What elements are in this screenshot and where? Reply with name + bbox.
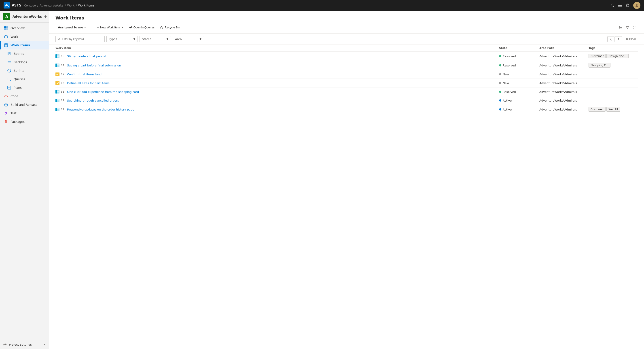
sidebar-item-plans[interactable]: Plans: [0, 84, 49, 92]
table-row[interactable]: 66 Define all sizes for cart items New A…: [56, 79, 638, 88]
svg-point-40: [620, 27, 621, 28]
wi-type-icon: [56, 72, 60, 76]
table-row[interactable]: 62 Searching through cancelled orders Ac…: [56, 96, 638, 105]
types-dropdown[interactable]: Types ▼: [106, 36, 138, 42]
wi-title[interactable]: Searching through cancelled orders: [67, 99, 119, 102]
svg-rect-54: [56, 90, 57, 94]
wi-title[interactable]: Responsive updates on the order history …: [67, 108, 134, 111]
svg-point-7: [636, 4, 638, 6]
svg-rect-52: [56, 73, 60, 76]
work-icon: [4, 35, 8, 39]
tags-cell: CustomerDesign Nee...: [588, 54, 638, 58]
area-dropdown[interactable]: Area ▼: [173, 36, 204, 42]
states-dropdown[interactable]: States ▼: [140, 36, 171, 42]
filter-button[interactable]: [624, 24, 630, 31]
svg-point-35: [130, 27, 131, 28]
backlogs-icon: [7, 60, 12, 65]
state-dot: [499, 73, 501, 75]
filter-input-wrap: [56, 36, 105, 42]
next-page-button[interactable]: [615, 36, 622, 42]
area-label: Area: [175, 37, 182, 41]
state-cell: Resolved: [499, 64, 539, 67]
svg-rect-11: [6, 29, 8, 30]
list-icon-btn[interactable]: [618, 4, 622, 7]
table-rows: 65 Sticky headers that persist Resolved …: [56, 52, 638, 114]
state-label: Resolved: [503, 55, 516, 58]
sidebar-item-label: Queries: [14, 77, 25, 81]
sidebar-item-label: Work Items: [10, 43, 30, 47]
wi-title[interactable]: Sticky headers that persist: [67, 55, 106, 58]
tags-cell: CustomerWeb UI: [588, 107, 638, 112]
work-items-table: Work item State Area Path Tags 65 Sticky…: [49, 45, 644, 349]
project-name: AdventureWorks: [12, 15, 42, 18]
table-row[interactable]: 63 One-click add experience from the sho…: [56, 88, 638, 96]
main-layout: A AdventureWorks + Overview Work: [0, 11, 644, 349]
state-dot: [499, 108, 501, 111]
sidebar-item-label: Packages: [10, 120, 24, 124]
sidebar-item-build[interactable]: Build and Release: [0, 101, 49, 109]
work-item-cell: 65 Sticky headers that persist: [56, 54, 499, 58]
search-icon-btn[interactable]: [610, 3, 614, 8]
prev-page-button[interactable]: [607, 36, 614, 42]
sidebar-item-sprints[interactable]: Sprints: [0, 67, 49, 75]
table-row[interactable]: 65 Sticky headers that persist Resolved …: [56, 52, 638, 61]
sidebar-item-overview[interactable]: Overview: [0, 24, 49, 33]
wi-title[interactable]: Saving a cart before final submission: [67, 64, 121, 67]
clear-button[interactable]: ✕ Clear: [624, 36, 638, 42]
wi-title[interactable]: One-click add experience from the shoppi…: [67, 90, 139, 94]
bag-icon: [626, 3, 630, 8]
table-row[interactable]: 64 Saving a cart before final submission…: [56, 61, 638, 70]
sidebar-item-code[interactable]: Code: [0, 92, 49, 101]
state-dot: [499, 82, 501, 84]
toolbar-left: Assigned to me + New Work Item Open in Q…: [56, 24, 617, 31]
add-project-button[interactable]: +: [44, 14, 47, 19]
sidebar-item-backlogs[interactable]: Backlogs: [0, 58, 49, 67]
sidebar-item-queries[interactable]: Queries: [0, 75, 49, 84]
wi-id: 62: [61, 99, 66, 102]
wi-title[interactable]: Confirm that items land: [67, 73, 102, 76]
svg-rect-64: [56, 108, 57, 111]
sidebar-item-packages[interactable]: Packages: [0, 117, 49, 126]
sidebar-item-workitems[interactable]: Work Items: [0, 41, 49, 50]
expand-button[interactable]: [632, 24, 638, 31]
sidebar-item-boards[interactable]: Boards: [0, 50, 49, 58]
wi-title[interactable]: Define all sizes for cart items: [67, 82, 110, 85]
sidebar-item-label: Backlogs: [14, 60, 27, 64]
table-row[interactable]: 61 Responsive updates on the order histo…: [56, 105, 638, 114]
state-cell: New: [499, 82, 539, 85]
state-dot: [499, 91, 501, 93]
wi-type-icon: [56, 81, 60, 85]
build-icon: [4, 103, 8, 107]
wi-type-icon: [56, 107, 60, 111]
keyword-filter-input[interactable]: [56, 36, 105, 42]
sidebar-item-test[interactable]: Test: [0, 109, 49, 117]
sidebar-footer[interactable]: Project Settings: [0, 340, 49, 349]
brand[interactable]: VSTS: [4, 2, 21, 9]
svg-rect-55: [57, 90, 60, 94]
sidebar-item-work[interactable]: Work: [0, 33, 49, 41]
new-work-item-button[interactable]: + New Work Item: [95, 24, 126, 31]
user-avatar[interactable]: [633, 2, 640, 9]
types-label: Types: [109, 37, 117, 41]
recycle-bin-icon: [160, 26, 164, 29]
state-label: Resolved: [503, 64, 516, 67]
filter-bar: Types ▼ States ▼ Area ▼ ✕: [49, 34, 644, 45]
sidebar-item-label: Sprints: [14, 69, 24, 73]
assigned-dropdown[interactable]: Assigned to me: [56, 24, 89, 31]
column-options-button[interactable]: [617, 24, 624, 31]
sidebar-item-label: Code: [10, 94, 18, 98]
settings-icon: [3, 342, 7, 347]
recycle-bin-button[interactable]: Recycle Bin: [158, 24, 182, 31]
expand-icon: [633, 26, 636, 29]
col-workitem: Work item: [56, 47, 499, 50]
open-queries-button[interactable]: Open in Queries: [126, 24, 157, 31]
state-cell: Resolved: [499, 55, 539, 58]
state-label: Active: [503, 99, 512, 102]
bag-icon-btn[interactable]: [626, 3, 630, 8]
area-cell: AdventureWorks\Admirals: [539, 55, 588, 58]
work-item-cell: 61 Responsive updates on the order histo…: [56, 107, 499, 111]
table-row[interactable]: 67 Confirm that items land New Adventure…: [56, 70, 638, 79]
wi-type-icon: [56, 54, 60, 58]
area-cell: AdventureWorks\Admirals: [539, 82, 588, 85]
wi-id: 66: [61, 82, 66, 85]
